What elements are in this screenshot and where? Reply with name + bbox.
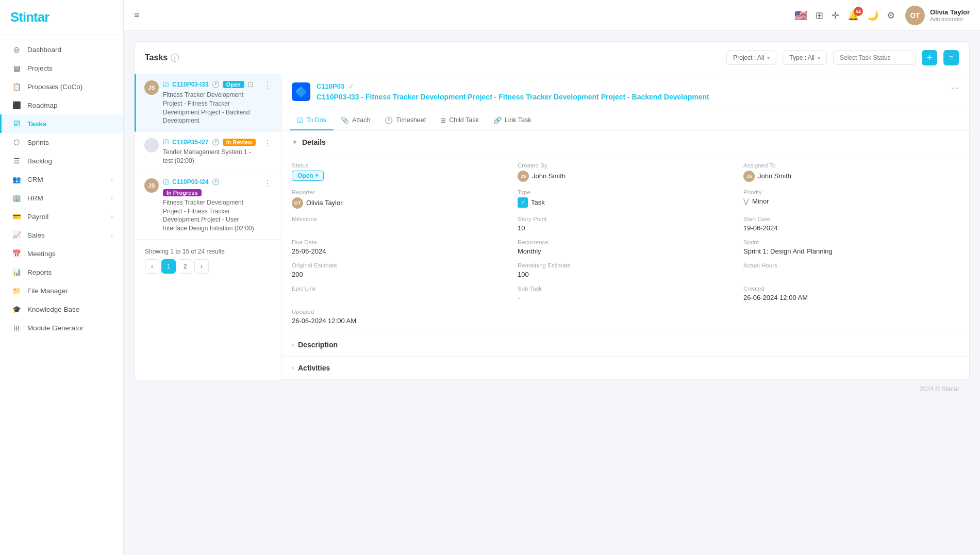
logo-text: Stintar [10,9,49,25]
settings-icon[interactable]: ⚙ [887,10,895,21]
status-chevron-icon: ▾ [315,173,318,178]
view-toggle-button[interactable]: ≡ [943,50,959,65]
sidebar-item-module-generator[interactable]: ⊞ Module Generator [0,318,123,337]
sidebar-item-crm[interactable]: 👥 CRM › [0,170,123,189]
info-icon[interactable]: i [171,54,179,62]
sidebar-item-projects[interactable]: ▤ Projects [0,59,123,77]
task-status-search[interactable] [833,51,916,65]
actual-hours-field: Actual Hours [743,262,959,278]
sidebar-item-label: Meetings [27,250,56,258]
details-section-header[interactable]: ▼ Details [281,131,969,154]
task-check-icon: ☑ [163,81,169,89]
knowledge-base-icon: 🎓 [12,305,21,313]
grid-icon[interactable]: ⊞ [816,10,823,21]
footer-copyright: 2024 © Stintar [134,380,970,398]
sidebar-item-dashboard[interactable]: ◎ Dashboard [0,40,123,59]
sidebar-item-proposals[interactable]: 📋 Proposals (CoCo) [0,77,123,96]
task-list-item[interactable]: ☑ C110P35-I27 🕐 In Review Tender Managem… [135,132,281,172]
flag-icon[interactable]: 🇺🇸 [794,9,807,22]
tab-link-task[interactable]: 🔗 Link Task [486,111,539,130]
avatar: OT [905,6,925,25]
chevron-right-icon: › [111,176,113,182]
activities-label: Activities [298,364,330,372]
sidebar-item-payroll[interactable]: 💳 Payroll › [0,207,123,226]
filter-project-button[interactable]: Project : All ▾ [726,51,776,65]
story-point-field: Story Point 10 [518,216,733,232]
task-more-button[interactable]: ⋮ [262,178,273,188]
sidebar-item-file-manager[interactable]: 📁 File Manager [0,281,123,300]
description-section-header[interactable]: › Description [281,333,969,357]
user-section[interactable]: OT Olivia Taylor Administrator [905,6,970,25]
sidebar-item-knowledge-base[interactable]: 🎓 Knowledge Base [0,300,123,318]
detail-tabs: ☑ To Dos 📎 Attach 🕐 Timesheet [281,111,969,131]
user-name: Olivia Taylor [930,8,970,16]
next-page-button[interactable]: › [194,259,209,274]
tasks-header: Tasks i Project : All ▾ Type : All ▾ + ≡ [135,42,969,74]
tab-attach[interactable]: 📎 Attach [334,111,377,130]
notification-badge: 52 [854,7,863,16]
task-type-icon: ✓ [518,197,528,208]
pagination-info: Showing 1 to 15 of 24 results [145,248,271,255]
task-check-icon: ☑ [163,138,169,146]
sidebar-item-sales[interactable]: 📈 Sales › [0,226,123,244]
task-id: C110P35-I27 [172,139,209,146]
task-id: C110P03-I24 [172,178,209,186]
activities-section-header[interactable]: › Activities [281,357,969,380]
sidebar-item-reports[interactable]: 📊 Reports [0,263,123,281]
sidebar-item-label: Proposals (CoCo) [27,83,82,91]
filter-type-button[interactable]: Type : All ▾ [783,51,827,65]
more-options-button[interactable]: ··· [951,82,959,93]
prev-page-button[interactable]: ‹ [145,259,159,274]
child-task-icon: ⊞ [440,116,446,124]
tab-todos[interactable]: ☑ To Dos [290,111,334,130]
task-list-item[interactable]: JS ☑ C110P03-I33 🕐 Open ⊡ Fitness Tracke… [135,74,281,132]
chevron-down-icon: ▾ [767,55,770,61]
status-badge[interactable]: Open ▾ [292,171,324,181]
archive-icon: ⊡ [247,80,254,89]
status-field: Status Open ▾ [292,162,507,182]
priority-icon: ⋁ [743,197,749,205]
remaining-estimate-field: Remaining Estimate 100 [518,262,733,278]
task-list-item[interactable]: JS ☑ C110P03-I24 🕐 In Progress Fitness T… [135,172,281,240]
task-description: Fitness Tracker Development Project - Fi… [163,198,258,233]
add-task-button[interactable]: + [922,50,937,65]
epic-link-field: Epic Link [292,285,507,301]
sub-task-field: Sub Task - [518,285,733,301]
sidebar-item-backlog[interactable]: ☰ Backlog [0,152,123,170]
sidebar-item-meetings[interactable]: 📅 Meetings [0,244,123,263]
file-manager-icon: 📁 [12,287,21,295]
description-label: Description [298,341,338,349]
add-icon[interactable]: ✛ [832,10,839,21]
page-1-button[interactable]: 1 [161,259,176,274]
sidebar-item-label: Knowledge Base [27,306,79,313]
page-2-button[interactable]: 2 [178,259,192,274]
sidebar-item-roadmap[interactable]: ⬛ Roadmap [0,96,123,114]
chevron-down-icon: ▾ [818,55,820,61]
task-check-icon: ☑ [163,178,169,186]
hrm-icon: 🏢 [12,194,21,202]
milestone-field: Milestone [292,216,507,232]
sidebar-item-hrm[interactable]: 🏢 HRM › [0,189,123,207]
sidebar-item-label: HRM [27,194,43,202]
clock-icon: 🕐 [212,81,220,88]
hamburger-icon[interactable]: ≡ [134,10,140,21]
proposals-icon: 📋 [12,82,21,91]
task-id: C110P03-I33 [172,81,209,88]
sidebar-item-label: Tasks [27,120,46,128]
tab-timesheet[interactable]: 🕐 Timesheet [377,111,433,130]
original-estimate-field: Original Estimate 200 [292,262,507,278]
theme-icon[interactable]: 🌙 [867,10,878,21]
task-list-panel: JS ☑ C110P03-I33 🕐 Open ⊡ Fitness Tracke… [135,74,281,380]
sidebar-item-tasks[interactable]: ☑ Tasks [0,114,123,133]
task-more-button[interactable]: ⋮ [262,80,273,90]
tab-child-task[interactable]: ⊞ Child Task [433,111,486,130]
sidebar-item-label: Sales [27,231,45,239]
task-status-badge: In Progress [163,189,202,196]
notification-icon[interactable]: 🔔 52 [848,10,859,21]
sidebar-item-sprints[interactable]: ⬡ Sprints [0,133,123,152]
task-code: C110P03 [317,82,344,90]
task-more-button[interactable]: ⋮ [262,138,273,148]
sidebar-item-label: CRM [27,176,43,183]
backlog-icon: ☰ [12,157,21,165]
sidebar-item-label: Roadmap [27,102,58,109]
